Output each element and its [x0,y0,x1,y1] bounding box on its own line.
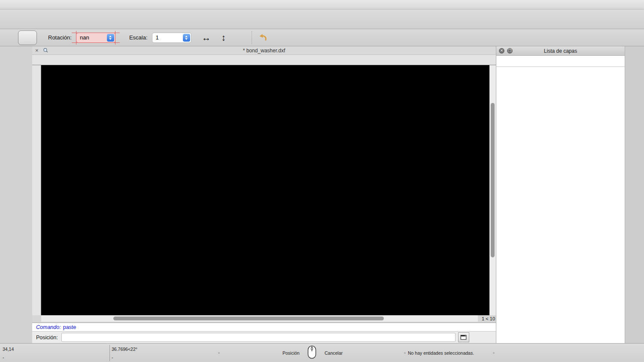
absolute-coordinates: 34,14 [3,347,14,352]
scrollbar-thumb[interactable] [113,317,384,320]
horizontal-ruler [32,55,496,65]
vertical-scrollbar[interactable] [489,65,496,315]
statusbar-dot [493,352,495,354]
clipboard-icon [22,32,33,43]
polar-coordinates-relative: - [112,355,113,360]
drawing-canvas[interactable] [41,65,489,315]
flip-vertical-button[interactable]: ↕ [216,30,231,45]
document-tab-bar: × * bond_washer.dxf [32,46,496,55]
scale-label: Escala: [129,34,148,41]
command-prompt: Comando: [36,324,61,330]
command-history-line: Comando: paste [32,323,496,332]
document-title: * bond_washer.dxf [32,48,496,54]
document-area: × * bond_washer.dxf 1 < 10 Comando: past… [32,46,496,343]
rotation-combobox[interactable]: nan [76,33,115,43]
menu-bar [0,0,644,9]
statusbar-divider [109,345,110,361]
command-input-row: Posición: [32,332,496,343]
detach-command-window-button[interactable] [458,332,469,342]
grid-scale-status: 1 < 10 [478,315,496,322]
rotation-label: Rotación: [48,34,72,41]
status-bar: 34,14 - 36.7696<22° - Posición Cancelar … [0,343,644,362]
statusbar-dot [218,352,220,354]
mouse-icon [307,345,316,359]
selection-status: No hay entidades seleccionadas. [408,350,474,356]
rotation-value: nan [80,34,89,41]
layer-panel-title: Lista de capas [496,48,625,54]
command-input[interactable] [61,333,456,342]
stepper-icon[interactable] [107,34,114,42]
snap-toolbar-dock [0,46,32,344]
layer-panel-header: Lista de capas ✕ ❐ [496,46,625,56]
mouse-right-hint: Cancelar [325,350,343,356]
polar-coordinates: 36.7696<22° [112,347,137,352]
layer-list-panel: Lista de capas ✕ ❐ [496,46,625,343]
paste-options-toolbar: Rotación: nan Escala: 1 ↔ ↕ [0,29,644,46]
statusbar-dot [404,352,406,354]
orange-undo-icon [257,32,269,44]
undo-paste-button[interactable] [255,30,270,45]
stepper-icon[interactable] [183,34,190,42]
flip-horizontal-button[interactable]: ↔ [199,30,214,45]
mouse-left-hint: Posición [283,350,300,356]
scale-value: 1 [156,34,159,41]
main-toolbar [0,9,644,29]
dock-widgets-bar [625,46,644,343]
position-label: Posición: [36,335,58,341]
command-last: paste [63,324,76,330]
horizontal-scrollbar[interactable] [41,315,479,322]
absolute-coordinates-relative: - [3,355,4,360]
scrollbar-thumb[interactable] [491,103,495,257]
paste-tool-indicator [18,30,37,45]
scale-combobox[interactable]: 1 [152,33,191,43]
vertical-ruler [32,65,41,315]
layer-panel-toolbar [496,56,625,67]
